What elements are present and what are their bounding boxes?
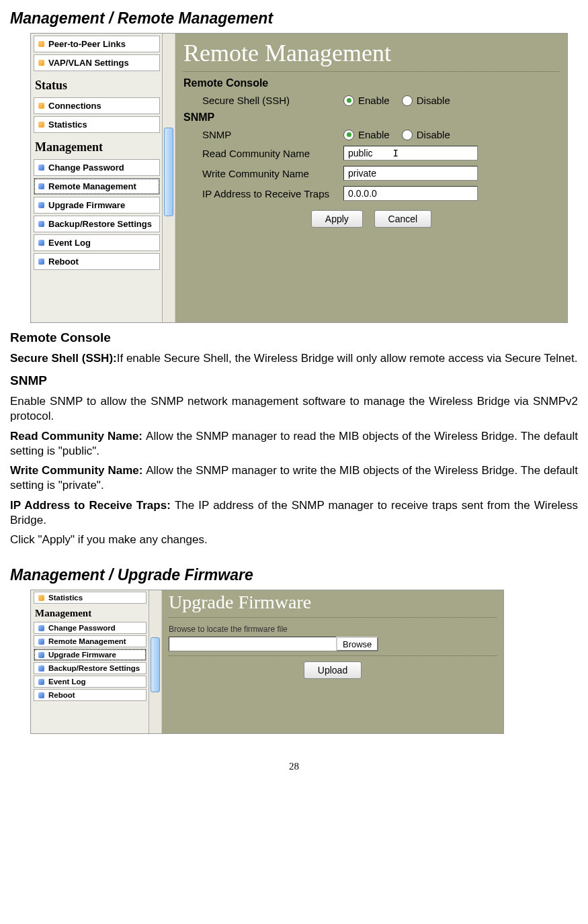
sidebar-item-upgrade-firmware[interactable]: Upgrade Firmware [34, 649, 146, 661]
ssh-paragraph: Secure Shell (SSH):If enable Secure Shel… [10, 351, 578, 366]
input-value: public [348, 148, 373, 158]
remote-management-screenshot: Peer-to-Peer Links VAP/VLAN Settings Sta… [30, 33, 568, 323]
sidebar-item-reboot[interactable]: Reboot [34, 253, 160, 270]
write-community-paragraph: Write Community Name: Allow the SNMP man… [10, 463, 578, 493]
write-community-input[interactable]: private [343, 166, 478, 181]
apply-paragraph: Click "Apply" if you make any changes. [10, 533, 578, 547]
bullet-icon [38, 202, 44, 208]
sidebar-heading-management: Management [31, 135, 175, 157]
snmp-heading: SNMP [183, 111, 559, 124]
sidebar-item-label: Backup/Restore Settings [48, 219, 152, 229]
sidebar-item-change-password[interactable]: Change Password [34, 159, 160, 176]
cancel-button[interactable]: Cancel [374, 210, 432, 228]
bullet-icon [38, 60, 44, 66]
file-chooser-row: Browse [169, 637, 497, 651]
snmp-label: SNMP [183, 129, 343, 140]
write-community-row: Write Community Name private [183, 166, 559, 181]
firmware-file-input[interactable] [169, 637, 337, 651]
scrollbar-thumb[interactable] [151, 637, 160, 692]
bullet-icon [38, 595, 44, 601]
sidebar-item-label: Upgrade Firmware [48, 651, 116, 659]
sidebar-scrollbar[interactable] [149, 590, 161, 733]
button-row: Upload [169, 661, 497, 679]
sidebar-item-event-log[interactable]: Event Log [34, 234, 160, 251]
page-title: Remote Management [183, 39, 559, 67]
remote-console-heading: Remote Console [183, 77, 559, 89]
sidebar-item-vap-vlan[interactable]: VAP/VLAN Settings [34, 54, 160, 71]
page-title: Upgrade Firmware [169, 592, 497, 613]
bullet-icon [38, 692, 44, 698]
sidebar-item-statistics[interactable]: Statistics [34, 116, 160, 133]
sidebar-scrollbar[interactable] [162, 34, 175, 322]
apply-button[interactable]: Apply [311, 210, 363, 228]
input-value: private [348, 168, 376, 179]
ssh-enable-radio[interactable]: Enable [343, 95, 390, 106]
bullet-icon [38, 652, 44, 658]
input-value: 0.0.0.0 [348, 188, 377, 199]
text-cursor-icon: I [393, 148, 398, 158]
sidebar-item-label: Event Log [48, 238, 91, 248]
snmp-disable-radio[interactable]: Disable [402, 129, 450, 140]
sidebar-item-label: Reboot [48, 691, 75, 699]
bullet-icon [38, 103, 44, 109]
read-community-paragraph: Read Community Name: Allow the SNMP mana… [10, 429, 578, 459]
sidebar-heading-status: Status [31, 73, 175, 95]
sidebar-item-label: VAP/VLAN Settings [48, 58, 129, 68]
snmp-row: SNMP Enable Disable [183, 129, 559, 140]
radio-label: Disable [417, 95, 450, 106]
snmp-enable-radio[interactable]: Enable [343, 129, 390, 140]
ssh-disable-radio[interactable]: Disable [402, 95, 450, 106]
sidebar-item-upgrade-firmware[interactable]: Upgrade Firmware [34, 197, 160, 214]
sidebar-item-backup-restore[interactable]: Backup/Restore Settings [34, 216, 160, 232]
sidebar-item-connections[interactable]: Connections [34, 97, 160, 114]
radio-label: Disable [417, 129, 450, 140]
sidebar-item-label: Statistics [48, 120, 87, 130]
divider [183, 71, 559, 72]
sidebar-item-p2p-links[interactable]: Peer-to-Peer Links [34, 36, 160, 52]
main-panel: Remote Management Remote Console Secure … [175, 34, 567, 322]
sidebar: Peer-to-Peer Links VAP/VLAN Settings Sta… [31, 34, 175, 322]
sidebar-item-backup-restore[interactable]: Backup/Restore Settings [34, 662, 146, 674]
ssh-row: Secure Shell (SSH) Enable Disable [183, 95, 559, 106]
sidebar-item-label: Statistics [48, 594, 83, 602]
sidebar-item-label: Upgrade Firmware [48, 200, 125, 210]
sidebar-item-label: Change Password [48, 163, 124, 173]
bullet-icon [38, 639, 44, 645]
radio-label: Enable [358, 95, 390, 106]
bullet-icon [38, 221, 44, 227]
read-community-input[interactable]: publicI [343, 146, 478, 160]
ssh-label: Secure Shell (SSH) [183, 95, 343, 106]
button-row: Apply Cancel [183, 210, 559, 228]
bullet-icon [38, 41, 44, 47]
bullet-icon [38, 183, 44, 189]
read-community-label: Read Community Name [183, 148, 343, 159]
sidebar-item-change-password[interactable]: Change Password [34, 622, 146, 634]
divider [169, 655, 497, 656]
upload-button[interactable]: Upload [304, 661, 362, 679]
snmp-paragraph: Enable SNMP to allow the SNMP network ma… [10, 394, 578, 424]
trap-ip-row: IP Address to Receive Traps 0.0.0.0 [183, 186, 559, 201]
sidebar-item-event-log[interactable]: Event Log [34, 676, 146, 688]
sidebar-item-reboot[interactable]: Reboot [34, 689, 146, 701]
sidebar-item-label: Connections [48, 101, 101, 111]
sidebar-item-statistics[interactable]: Statistics [34, 592, 146, 604]
sidebar-item-remote-management[interactable]: Remote Management [34, 635, 146, 647]
write-community-label: Write Community Name [183, 168, 343, 179]
sidebar-item-label: Remote Management [48, 181, 136, 191]
bullet-icon [38, 122, 44, 128]
bullet-icon [38, 240, 44, 246]
remote-console-subhead: Remote Console [10, 330, 578, 346]
bullet-icon [38, 165, 44, 171]
browse-button[interactable]: Browse [336, 637, 378, 651]
upgrade-firmware-screenshot: Statistics Management Change Password Re… [30, 590, 504, 734]
sidebar-item-label: Change Password [48, 624, 116, 632]
sidebar-item-label: Reboot [48, 257, 79, 267]
sidebar-item-remote-management[interactable]: Remote Management [34, 178, 160, 195]
sidebar-heading-management: Management [31, 605, 161, 620]
trap-ip-label: IP Address to Receive Traps [183, 188, 343, 199]
page-number: 28 [10, 761, 578, 772]
bullet-icon [38, 679, 44, 685]
bullet-icon [38, 625, 44, 631]
trap-ip-input[interactable]: 0.0.0.0 [343, 186, 478, 201]
scrollbar-thumb[interactable] [164, 128, 173, 216]
